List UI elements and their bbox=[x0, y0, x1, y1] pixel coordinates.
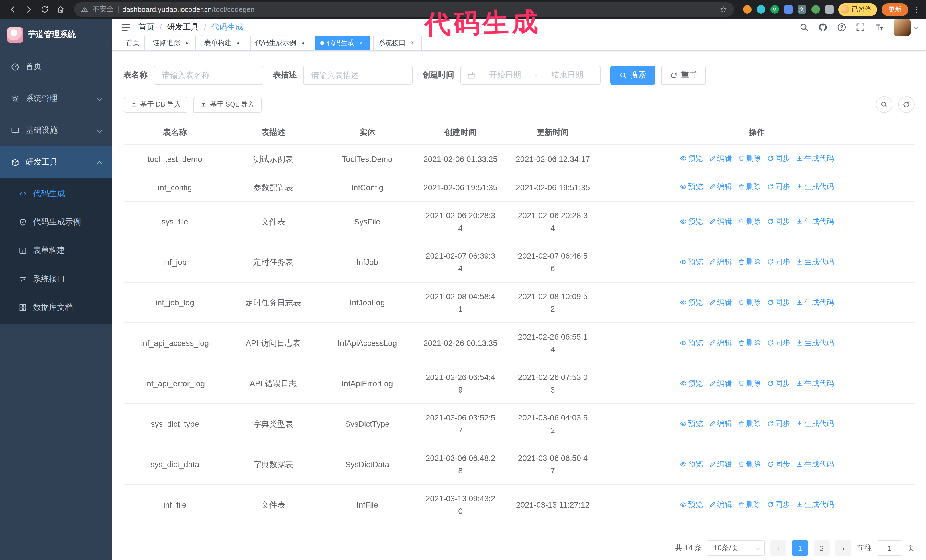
sidebar-item-codegen[interactable]: 代码生成 bbox=[0, 180, 112, 208]
preview-action-link[interactable]: 预览 bbox=[679, 255, 703, 268]
chrome-update-button[interactable]: 更新 bbox=[882, 3, 908, 16]
tab-tracing[interactable]: 链路追踪× bbox=[148, 36, 196, 50]
edit-action-link[interactable]: 编辑 bbox=[709, 417, 732, 430]
sync-action-link[interactable]: 同步 bbox=[767, 152, 790, 165]
edit-action-link[interactable]: 编辑 bbox=[709, 152, 732, 165]
search-icon[interactable] bbox=[799, 23, 809, 32]
close-icon[interactable]: × bbox=[234, 39, 242, 47]
show-search-button[interactable] bbox=[876, 96, 893, 113]
profile-paused-chip[interactable]: 已暂停 bbox=[838, 3, 877, 16]
edit-action-link[interactable]: 编辑 bbox=[709, 337, 732, 349]
help-icon[interactable] bbox=[837, 23, 846, 32]
edit-action-link[interactable]: 编辑 bbox=[709, 255, 732, 268]
delete-action-link[interactable]: 删除 bbox=[738, 417, 761, 430]
sync-action-link[interactable]: 同步 bbox=[767, 215, 790, 228]
preview-action-link[interactable]: 预览 bbox=[679, 337, 703, 349]
app-logo[interactable]: 芋道管理系统 bbox=[0, 19, 112, 51]
preview-action-link[interactable]: 预览 bbox=[679, 181, 703, 193]
close-icon[interactable]: × bbox=[357, 39, 365, 47]
edit-action-link[interactable]: 编辑 bbox=[709, 498, 732, 511]
tab-codegen[interactable]: 代码生成× bbox=[315, 36, 371, 50]
sidebar-item-codegen-example[interactable]: 代码生成示例 bbox=[0, 208, 112, 236]
extension-icon[interactable] bbox=[825, 5, 834, 14]
extension-icon[interactable] bbox=[757, 5, 765, 14]
sidebar-item-system[interactable]: 系统管理 bbox=[0, 83, 112, 115]
delete-action-link[interactable]: 删除 bbox=[738, 255, 761, 268]
close-icon[interactable]: × bbox=[299, 39, 307, 47]
preview-action-link[interactable]: 预览 bbox=[679, 417, 703, 430]
tab-home[interactable]: 首页 bbox=[121, 36, 145, 50]
generate-action-link[interactable]: 生成代码 bbox=[796, 181, 834, 193]
tab-codegen-example[interactable]: 代码生成示例× bbox=[250, 36, 312, 50]
tab-form-builder[interactable]: 表单构建× bbox=[199, 36, 247, 50]
font-size-icon[interactable] bbox=[875, 23, 884, 32]
sidebar-item-form-builder[interactable]: 表单构建 bbox=[0, 236, 112, 265]
sync-action-link[interactable]: 同步 bbox=[767, 255, 790, 268]
page-size-select[interactable]: 10条/页 bbox=[708, 540, 765, 556]
bookmark-star-icon[interactable] bbox=[719, 6, 727, 13]
generate-action-link[interactable]: 生成代码 bbox=[796, 296, 834, 308]
close-icon[interactable]: × bbox=[409, 39, 416, 47]
delete-action-link[interactable]: 删除 bbox=[738, 215, 761, 228]
generate-action-link[interactable]: 生成代码 bbox=[796, 215, 834, 228]
delete-action-link[interactable]: 删除 bbox=[738, 337, 761, 349]
goto-page-input[interactable] bbox=[878, 540, 902, 556]
preview-action-link[interactable]: 预览 bbox=[679, 296, 703, 308]
extension-icon[interactable] bbox=[743, 5, 751, 14]
reset-button[interactable]: 重置 bbox=[661, 65, 706, 85]
sync-action-link[interactable]: 同步 bbox=[767, 296, 790, 308]
edit-action-link[interactable]: 编辑 bbox=[709, 377, 732, 389]
sync-action-link[interactable]: 同步 bbox=[767, 181, 790, 193]
preview-action-link[interactable]: 预览 bbox=[679, 498, 703, 511]
edit-action-link[interactable]: 编辑 bbox=[709, 458, 732, 470]
search-button[interactable]: 搜索 bbox=[610, 65, 655, 85]
import-db-button[interactable]: 基于 DB 导入 bbox=[124, 97, 188, 113]
generate-action-link[interactable]: 生成代码 bbox=[796, 417, 834, 430]
home-icon[interactable] bbox=[54, 3, 67, 16]
fullscreen-icon[interactable] bbox=[856, 23, 865, 32]
address-bar[interactable]: 不安全 dashboard.yudao.iocoder.cn/tool/code… bbox=[74, 2, 734, 17]
preview-action-link[interactable]: 预览 bbox=[679, 215, 703, 228]
close-icon[interactable]: × bbox=[183, 39, 191, 47]
generate-action-link[interactable]: 生成代码 bbox=[796, 152, 834, 165]
extension-icon[interactable]: V bbox=[770, 5, 779, 14]
delete-action-link[interactable]: 删除 bbox=[738, 181, 761, 193]
page-2-button[interactable]: 2 bbox=[814, 540, 830, 556]
sync-action-link[interactable]: 同步 bbox=[767, 458, 790, 470]
import-sql-button[interactable]: 基于 SQL 导入 bbox=[194, 97, 261, 113]
edit-action-link[interactable]: 编辑 bbox=[709, 181, 732, 193]
sync-action-link[interactable]: 同步 bbox=[767, 377, 790, 389]
generate-action-link[interactable]: 生成代码 bbox=[796, 337, 834, 349]
breadcrumb-home[interactable]: 首页 bbox=[138, 22, 154, 32]
forward-icon[interactable] bbox=[22, 3, 35, 16]
preview-action-link[interactable]: 预览 bbox=[679, 458, 703, 470]
table-name-input[interactable] bbox=[154, 65, 263, 85]
table-desc-input[interactable] bbox=[303, 65, 413, 85]
date-range-picker[interactable]: 开始日期 - 结束日期 bbox=[460, 65, 601, 85]
sync-action-link[interactable]: 同步 bbox=[767, 417, 790, 430]
preview-action-link[interactable]: 预览 bbox=[679, 377, 703, 389]
preview-action-link[interactable]: 预览 bbox=[679, 152, 703, 165]
delete-action-link[interactable]: 删除 bbox=[738, 296, 761, 308]
sidebar-item-infra[interactable]: 基础设施 bbox=[0, 115, 112, 146]
extension-icon[interactable]: 文 bbox=[797, 5, 806, 14]
user-avatar[interactable] bbox=[894, 19, 917, 36]
delete-action-link[interactable]: 删除 bbox=[738, 152, 761, 165]
edit-action-link[interactable]: 编辑 bbox=[709, 215, 732, 228]
next-page-button[interactable]: › bbox=[835, 540, 851, 556]
generate-action-link[interactable]: 生成代码 bbox=[796, 498, 834, 511]
breadcrumb-devtools[interactable]: 研发工具 bbox=[167, 22, 199, 32]
generate-action-link[interactable]: 生成代码 bbox=[796, 377, 834, 389]
generate-action-link[interactable]: 生成代码 bbox=[796, 255, 834, 268]
sidebar-item-db-doc[interactable]: 数据库文档 bbox=[0, 293, 112, 322]
edit-action-link[interactable]: 编辑 bbox=[709, 296, 732, 308]
sidebar-item-home[interactable]: 首页 bbox=[0, 51, 112, 83]
generate-action-link[interactable]: 生成代码 bbox=[796, 458, 834, 470]
kebab-menu-icon[interactable]: ⋮ bbox=[913, 5, 920, 14]
delete-action-link[interactable]: 删除 bbox=[738, 498, 761, 511]
page-1-button[interactable]: 1 bbox=[792, 540, 808, 556]
delete-action-link[interactable]: 删除 bbox=[738, 458, 761, 470]
hamburger-icon[interactable] bbox=[121, 23, 130, 32]
tab-api[interactable]: 系统接口× bbox=[373, 36, 422, 50]
refresh-table-button[interactable] bbox=[898, 96, 915, 113]
